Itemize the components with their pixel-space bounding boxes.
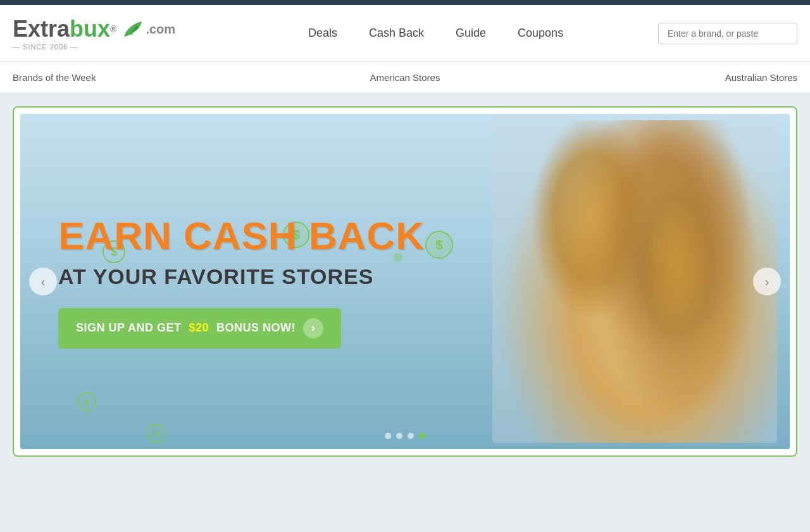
subnav-brands-of-week[interactable]: Brands of the Week [13, 72, 96, 83]
hero-subheadline: AT YOUR FAVORITE STORES [58, 264, 752, 289]
sub-nav: Brands of the Week American Stores Austr… [0, 62, 810, 94]
nav-deals[interactable]: Deals [308, 27, 337, 40]
carousel-prev-button[interactable]: ‹ [29, 268, 57, 295]
coin-5: $ [147, 424, 166, 443]
subnav-australian-stores[interactable]: Australian Stores [725, 72, 797, 83]
header: Extrabux® .com — SINCE 2006 — Deals Cash… [0, 5, 810, 62]
hero-banner: $ $ $ $ $ EARN CASH BACK AT YOUR FAVORIT… [20, 114, 790, 449]
signup-prefix: SIGN UP AND GET [76, 321, 182, 335]
hero-container: $ $ $ $ $ EARN CASH BACK AT YOUR FAVORIT… [13, 106, 797, 457]
signup-button[interactable]: SIGN UP AND GET $20 BONUS NOW! › [58, 308, 341, 349]
main-content: $ $ $ $ $ EARN CASH BACK AT YOUR FAVORIT… [0, 94, 810, 469]
signup-bonus: $20 [189, 321, 209, 335]
carousel-dot-4[interactable] [419, 433, 425, 439]
logo-registered: ® [110, 25, 116, 34]
logo-since: — SINCE 2006 — [13, 43, 78, 51]
logo-extra-text: Extra [13, 18, 70, 40]
nav-cash-back[interactable]: Cash Back [369, 27, 424, 40]
nav-coupons[interactable]: Coupons [518, 27, 563, 40]
signup-arrow-icon: › [303, 318, 323, 338]
top-bar [0, 0, 810, 5]
carousel-next-button[interactable]: › [753, 268, 781, 295]
hero-headline: EARN CASH BACK [58, 214, 752, 257]
coin-4: $ [77, 392, 96, 411]
carousel-dot-3[interactable] [408, 433, 414, 439]
signup-suffix: BONUS NOW! [216, 321, 296, 335]
subnav-american-stores[interactable]: American Stores [370, 72, 440, 83]
carousel-dots [385, 433, 425, 439]
search-input[interactable] [658, 23, 797, 44]
nav-guide[interactable]: Guide [456, 27, 486, 40]
main-nav: Deals Cash Back Guide Coupons [213, 27, 658, 40]
logo-icon [119, 16, 144, 42]
logo-dotcom: .com [146, 23, 175, 35]
logo-bux-text: bux [70, 18, 110, 40]
logo[interactable]: Extrabux® .com — SINCE 2006 — [13, 16, 175, 51]
carousel-dot-2[interactable] [396, 433, 402, 439]
carousel-dot-1[interactable] [385, 433, 391, 439]
hero-text: EARN CASH BACK AT YOUR FAVORITE STORES S… [20, 189, 790, 373]
search-area [658, 23, 797, 44]
